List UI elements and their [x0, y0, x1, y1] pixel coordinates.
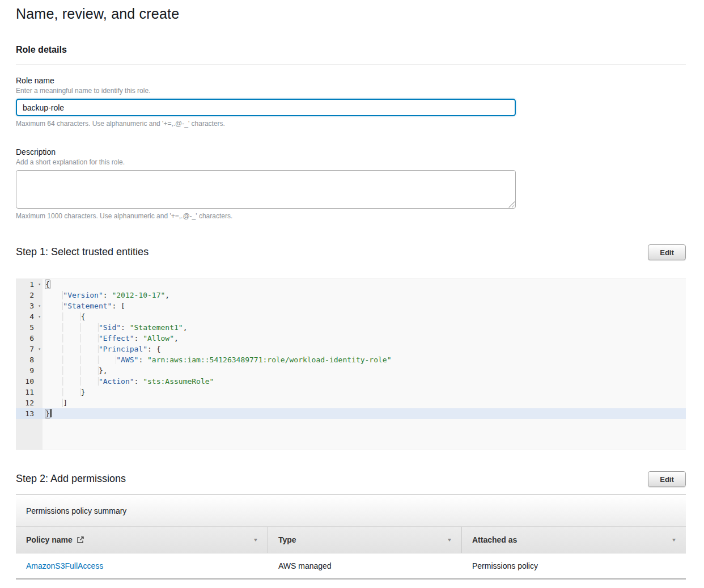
main-content: Name, review, and create Role details Ro…	[0, 0, 704, 579]
role-name-input[interactable]	[16, 99, 516, 116]
code-line[interactable]: "Sid": "Statement1",	[45, 322, 686, 333]
code-line[interactable]: {	[45, 311, 686, 322]
line-number: 11	[16, 387, 43, 397]
line-number: 12	[16, 397, 43, 408]
trust-policy-editor[interactable]: 1▾23▾4▾567▾8910111213 { "Version": "2012…	[16, 278, 686, 450]
role-details-heading: Role details	[16, 45, 686, 55]
line-number: 8	[16, 354, 43, 365]
column-header-type: Type ▼	[268, 527, 462, 553]
fold-arrow-icon[interactable]: ▾	[38, 279, 41, 290]
role-name-label: Role name	[16, 76, 686, 85]
line-number: 5	[16, 322, 43, 333]
page-title: Name, review, and create	[16, 6, 686, 22]
policy-name-link[interactable]: AmazonS3FullAccess	[26, 561, 103, 570]
code-line[interactable]: "Version": "2012-10-17",	[45, 290, 686, 301]
line-number: 3▾	[16, 301, 43, 311]
permissions-panel-title: Permissions policy summary	[26, 506, 126, 515]
line-number: 7▾	[16, 344, 43, 354]
step1-heading: Step 1: Select trusted entities	[16, 244, 149, 258]
code-line[interactable]: "AWS": "arn:aws:iam::541263489771:role/w…	[45, 354, 686, 365]
description-field-group: Description Add a short explanation for …	[16, 147, 686, 220]
description-constraint: Maximum 1000 characters. Use alphanumeri…	[16, 212, 686, 220]
line-number: 4▾	[16, 311, 43, 322]
code-line[interactable]: "Statement": [	[45, 301, 686, 311]
column-header-policy-name: Policy name ▼	[16, 527, 268, 553]
cell-type: AWS managed	[268, 553, 462, 578]
line-number: 2	[16, 290, 43, 301]
sort-attached-as-icon[interactable]: ▼	[671, 537, 677, 542]
step2-heading: Step 2: Add permissions	[16, 471, 126, 485]
code-line[interactable]: "Effect": "Allow",	[45, 333, 686, 344]
description-label: Description	[16, 147, 686, 156]
editor-code-area[interactable]: { "Version": "2012-10-17", "Statement": …	[43, 279, 686, 450]
code-line[interactable]: "Principal": {	[45, 344, 686, 354]
step2-edit-button[interactable]: Edit	[648, 471, 686, 487]
role-details-divider	[16, 65, 686, 65]
permissions-panel-header: Permissions policy summary	[16, 494, 686, 526]
column-header-attached-as: Attached as ▼	[462, 527, 686, 553]
code-line[interactable]: }	[43, 408, 686, 419]
editor-line-number-gutter: 1▾23▾4▾567▾8910111213	[16, 279, 43, 450]
line-number: 13	[16, 408, 43, 419]
step1-edit-button[interactable]: Edit	[648, 244, 686, 260]
step2-header-row: Step 2: Add permissions Edit	[16, 471, 686, 487]
description-textarea[interactable]	[16, 170, 516, 209]
code-line[interactable]: ]	[45, 397, 686, 408]
cell-policy-name: AmazonS3FullAccess	[16, 553, 268, 578]
permissions-panel: Permissions policy summary Policy name ▼…	[16, 494, 686, 579]
sort-policy-name-icon[interactable]: ▼	[253, 537, 258, 542]
fold-arrow-icon[interactable]: ▾	[38, 311, 41, 322]
fold-arrow-icon[interactable]: ▾	[38, 344, 41, 354]
text-cursor	[50, 409, 52, 417]
line-number: 9	[16, 365, 43, 376]
role-name-field-group: Role name Enter a meaningful name to ide…	[16, 76, 686, 128]
fold-arrow-icon[interactable]: ▾	[38, 301, 41, 311]
role-name-constraint: Maximum 64 characters. Use alphanumeric …	[16, 120, 686, 128]
line-number: 10	[16, 376, 43, 387]
description-help: Add a short explanation for this role.	[16, 158, 686, 166]
step1-header-row: Step 1: Select trusted entities Edit	[16, 244, 686, 260]
cell-attached-as: Permissions policy	[462, 553, 686, 578]
table-row: AmazonS3FullAccess AWS managed Permissio…	[16, 553, 686, 579]
code-line[interactable]: {	[45, 279, 686, 290]
code-line[interactable]: }	[45, 387, 686, 397]
line-number: 1▾	[16, 279, 43, 290]
role-name-help: Enter a meaningful name to identify this…	[16, 87, 686, 95]
external-link-icon	[77, 536, 84, 544]
sort-type-icon[interactable]: ▼	[447, 537, 452, 542]
permissions-table-header: Policy name ▼ Type ▼ Attached as	[16, 526, 686, 553]
line-number: 6	[16, 333, 43, 344]
code-line[interactable]: "Action": "sts:AssumeRole"	[45, 376, 686, 387]
code-line[interactable]: },	[45, 365, 686, 376]
